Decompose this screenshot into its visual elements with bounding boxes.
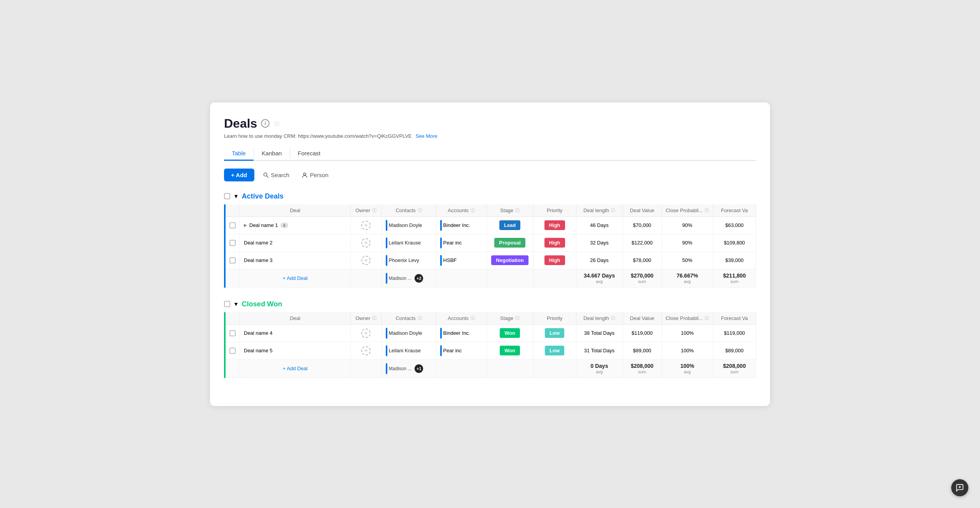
row-stage: Won bbox=[486, 324, 533, 342]
row-contacts: Phoenix Levy bbox=[382, 251, 436, 269]
th-stage-won: Stage ⓘ bbox=[486, 312, 533, 325]
row-prob: 100% bbox=[662, 342, 713, 359]
row-contacts: Madison Doyle bbox=[382, 216, 436, 234]
th-accounts-active: Accounts ⓘ bbox=[436, 204, 486, 217]
th-length-active: Deal length ⓘ bbox=[576, 204, 623, 217]
summary-value: $208,000 sum bbox=[623, 359, 662, 378]
row-priority: High bbox=[533, 251, 576, 269]
row-prob: 90% bbox=[662, 216, 713, 234]
row-length: 26 Days bbox=[576, 251, 623, 269]
add-deal-button-active[interactable]: + Add Deal bbox=[283, 274, 308, 282]
summary-add-deal[interactable]: + Add Deal bbox=[240, 269, 351, 287]
row-priority: High bbox=[533, 216, 576, 234]
summary-check bbox=[225, 269, 240, 287]
search-button[interactable]: Search bbox=[259, 169, 294, 181]
row-prob: 50% bbox=[662, 251, 713, 269]
th-forecast-active: Forecast Va bbox=[713, 204, 756, 217]
table-row: Deal name 5 + Leilani Krause bbox=[225, 342, 756, 359]
active-deals-checkbox[interactable] bbox=[224, 193, 230, 199]
row-deal-name: Deal name 4 bbox=[240, 324, 351, 342]
summary-length: 0 Days avg bbox=[576, 359, 623, 378]
add-owner-btn[interactable]: + bbox=[361, 329, 371, 338]
row-accounts: HSBF bbox=[436, 251, 486, 269]
row-deal-name: Deal name 3 bbox=[240, 251, 351, 269]
summary-add-deal[interactable]: + Add Deal bbox=[240, 359, 351, 378]
row-stage: Proposal bbox=[486, 234, 533, 251]
closed-won-chevron[interactable]: ▼ bbox=[233, 301, 239, 307]
add-owner-btn[interactable]: + bbox=[361, 256, 371, 265]
info-icon[interactable]: ℹ bbox=[261, 119, 270, 128]
tabs-row: Table Kanban Forecast bbox=[224, 147, 756, 161]
row-priority: High bbox=[533, 234, 576, 251]
expand-icon[interactable]: ▶ bbox=[244, 223, 247, 228]
row-length: 31 Total Days bbox=[576, 342, 623, 359]
row-forecast: $109,800 bbox=[713, 234, 756, 251]
closed-won-header-row: Deal Owner ⓘ Contacts ⓘ Accounts ⓘ Stage… bbox=[225, 312, 756, 325]
th-prob-won: Close Probabil... ⓘ bbox=[662, 312, 713, 325]
row-length: 38 Total Days bbox=[576, 324, 623, 342]
row-length: 32 Days bbox=[576, 234, 623, 251]
row-check[interactable] bbox=[225, 234, 240, 251]
summary-accounts-empty bbox=[436, 359, 486, 378]
th-owner-active: Owner ⓘ bbox=[350, 204, 382, 217]
person-button[interactable]: Person bbox=[298, 169, 332, 181]
row-contacts: Leilani Krause bbox=[382, 342, 436, 359]
title-row: Deals ℹ ☆ bbox=[224, 116, 756, 131]
contact-bar bbox=[386, 255, 387, 266]
closed-won-table: Deal Owner ⓘ Contacts ⓘ Accounts ⓘ Stage… bbox=[224, 312, 756, 378]
summary-owner-empty bbox=[350, 359, 382, 378]
th-value-active: Deal Value bbox=[623, 204, 662, 217]
summary-contacts: Madison ... +1 bbox=[382, 359, 436, 378]
summary-owner-empty bbox=[350, 269, 382, 287]
tab-table[interactable]: Table bbox=[224, 147, 254, 161]
th-forecast-won: Forecast Va bbox=[713, 312, 756, 325]
row-accounts: Pear inc bbox=[436, 342, 486, 359]
add-button[interactable]: + Add bbox=[224, 169, 254, 181]
th-owner-won: Owner ⓘ bbox=[350, 312, 382, 325]
row-check[interactable] bbox=[225, 324, 240, 342]
th-deal-won: Deal bbox=[240, 312, 351, 325]
feedback-icon bbox=[956, 483, 964, 492]
row-value: $89,000 bbox=[623, 342, 662, 359]
tab-forecast[interactable]: Forecast bbox=[290, 147, 328, 161]
row-forecast: $63,000 bbox=[713, 216, 756, 234]
contact-bar bbox=[386, 237, 387, 248]
closed-won-summary-row: + Add Deal Madison ... +1 0 Day bbox=[225, 359, 756, 378]
svg-line-1 bbox=[266, 176, 268, 178]
active-deals-title: Active Deals bbox=[242, 192, 284, 200]
summary-priority-empty bbox=[533, 359, 576, 378]
row-owner: + bbox=[350, 342, 382, 359]
row-check[interactable] bbox=[225, 216, 240, 234]
row-contacts: Leilani Krause bbox=[382, 234, 436, 251]
add-owner-btn[interactable]: + bbox=[361, 346, 371, 355]
row-check[interactable] bbox=[225, 251, 240, 269]
th-priority-won: Priority bbox=[533, 312, 576, 325]
row-deal-name: ▶ Deal name 1 4 bbox=[240, 216, 351, 234]
row-check[interactable] bbox=[225, 342, 240, 359]
account-bar bbox=[440, 345, 442, 356]
account-bar bbox=[440, 255, 442, 266]
feedback-button[interactable] bbox=[951, 479, 968, 496]
closed-won-checkbox[interactable] bbox=[224, 301, 230, 307]
summary-stage-empty bbox=[486, 359, 533, 378]
account-bar bbox=[440, 220, 442, 231]
star-icon[interactable]: ☆ bbox=[273, 119, 280, 128]
active-deals-chevron[interactable]: ▼ bbox=[233, 193, 239, 199]
active-deals-header-row: Deal Owner ⓘ Contacts ⓘ Accounts ⓘ Stage… bbox=[225, 204, 756, 217]
see-more-link[interactable]: See More bbox=[415, 133, 437, 139]
row-stage: Won bbox=[486, 342, 533, 359]
summary-length: 34.667 Days avg bbox=[576, 269, 623, 287]
row-prob: 90% bbox=[662, 234, 713, 251]
tab-kanban[interactable]: Kanban bbox=[254, 147, 290, 161]
add-deal-button-won[interactable]: + Add Deal bbox=[283, 365, 308, 372]
table-row: Deal name 2 + Leilani Krause bbox=[225, 234, 756, 251]
row-owner: + bbox=[350, 234, 382, 251]
row-length: 46 Days bbox=[576, 216, 623, 234]
row-forecast: $119,000 bbox=[713, 324, 756, 342]
active-deals-table: Deal Owner ⓘ Contacts ⓘ Accounts ⓘ Stage… bbox=[224, 204, 756, 288]
active-deals-header: ▼ Active Deals bbox=[224, 192, 756, 200]
add-owner-btn[interactable]: + bbox=[361, 238, 371, 248]
summary-forecast: $208,000 sum bbox=[713, 359, 756, 378]
contact-bar bbox=[386, 345, 387, 356]
add-owner-btn[interactable]: + bbox=[361, 221, 371, 230]
